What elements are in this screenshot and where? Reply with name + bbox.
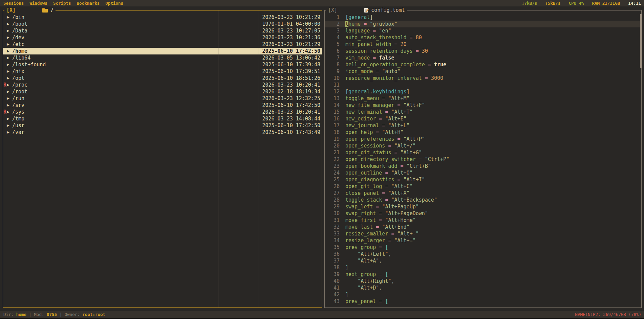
line-code: resize_smaller = "Alt+-" bbox=[340, 231, 419, 237]
file-row[interactable]: ▶/var2025-06-10 17:43:49 bbox=[3, 129, 322, 136]
editor-line[interactable]: 10resource_monitor_interval = 3000 bbox=[325, 75, 641, 82]
menu-item-bookmarks[interactable]: Bookmarks bbox=[77, 0, 100, 6]
editor-line[interactable]: 29swap_left = "Alt+PageUp" bbox=[325, 203, 641, 210]
expand-arrow-icon[interactable]: ▶ bbox=[7, 34, 9, 41]
file-row[interactable]: ▶/lib642026-03-05 13:06:42 bbox=[3, 54, 322, 61]
file-row[interactable]: ▶/root2026-02-18 18:19:34 bbox=[3, 88, 322, 95]
expand-arrow-icon[interactable]: ▶ bbox=[7, 88, 9, 95]
editor-line[interactable]: 39next_group = [ bbox=[325, 271, 641, 278]
editor-line[interactable]: 4auto_stack_threshold = 80 bbox=[325, 34, 641, 41]
editor-line[interactable]: 41 "Alt+D", bbox=[325, 284, 641, 291]
dir-label: Dir: bbox=[3, 312, 16, 317]
editor-line[interactable]: 17new_journal = "Alt+L" bbox=[325, 122, 641, 129]
expand-arrow-icon[interactable]: ▶ bbox=[7, 14, 9, 21]
editor-line[interactable]: 19open_preferences = "Alt+P" bbox=[325, 136, 641, 142]
editor-line[interactable]: 14new_file_manager = "Alt+F" bbox=[325, 102, 641, 109]
menu-item-sessions[interactable]: Sessions bbox=[3, 0, 24, 6]
expand-arrow-icon[interactable]: ▶ bbox=[7, 82, 9, 88]
expand-arrow-icon[interactable]: ▶ bbox=[7, 54, 9, 61]
expand-arrow-icon[interactable]: ▶ bbox=[7, 95, 9, 102]
editor-line[interactable]: 11 bbox=[325, 82, 641, 88]
editor-line[interactable]: 31move_first = "Alt+Home" bbox=[325, 217, 641, 224]
expand-arrow-icon[interactable]: ▶ bbox=[7, 122, 9, 129]
line-number: 40 bbox=[325, 278, 340, 284]
editor-line[interactable]: 38] bbox=[325, 264, 641, 271]
editor-line[interactable]: 3language = "en" bbox=[325, 27, 641, 34]
menu-item-windows[interactable]: Windows bbox=[29, 0, 47, 6]
expand-arrow-icon[interactable]: ▶ bbox=[7, 102, 9, 109]
expand-arrow-icon[interactable]: ▶ bbox=[7, 48, 9, 54]
file-row-selected[interactable]: ▶/home2025-06-10 17:42:50 bbox=[3, 48, 322, 54]
file-row[interactable]: ▶/bin2026-03-23 10:21:29 bbox=[3, 14, 322, 21]
line-number: 19 bbox=[325, 136, 340, 142]
editor-line[interactable]: 25open_diagnostics = "Alt+I" bbox=[325, 176, 641, 183]
menu-item-options[interactable]: Options bbox=[105, 0, 123, 6]
file-row[interactable]: ▶/etc2026-03-23 10:21:29 bbox=[3, 41, 322, 48]
system-status: ↓7kB/s ↑5kB/s CPU 4% RAM 21/31GB 14:11 bbox=[522, 0, 644, 6]
file-row[interactable]: ▶/dev2026-03-23 10:21:36 bbox=[3, 34, 322, 41]
file-row[interactable]: ▶/nix2025-06-10 17:39:51 bbox=[3, 68, 322, 75]
editor-line[interactable]: 33resize_smaller = "Alt+-" bbox=[325, 230, 641, 237]
expand-arrow-icon[interactable]: ▶ bbox=[7, 41, 9, 48]
expand-arrow-icon[interactable]: ▶ bbox=[7, 129, 9, 136]
expand-arrow-icon[interactable]: ▶ bbox=[7, 27, 9, 34]
editor-line[interactable]: 34resize_larger = "Alt+=" bbox=[325, 237, 641, 244]
editor-line[interactable]: 16new_editor = "Alt+E" bbox=[325, 115, 641, 122]
editor-line[interactable]: 23open_bookmark_add = "Ctrl+B" bbox=[325, 163, 641, 169]
editor-title: [X] config.toml bbox=[326, 7, 407, 14]
file-row[interactable]: ▶/run2026-03-23 12:32:25 bbox=[3, 95, 322, 102]
line-number: 8 bbox=[325, 61, 340, 68]
editor-line[interactable]: 26open_git_log = "Alt+C" bbox=[325, 183, 641, 190]
file-date: 2025-06-10 17:42:50 bbox=[262, 102, 320, 109]
line-code: theme = "gruvbox" bbox=[340, 21, 398, 27]
editor-line[interactable]: 22open_directory_switcher = "Ctrl+P" bbox=[325, 156, 641, 163]
file-row[interactable]: ▶/opt2025-06-10 18:51:26 bbox=[3, 75, 322, 82]
expand-arrow-icon[interactable]: ▶ bbox=[7, 75, 9, 82]
editor-line[interactable]: 27close_panel = "Alt+X" bbox=[325, 190, 641, 197]
file-row[interactable]: ▶/Data2026-03-23 10:27:05 bbox=[3, 27, 322, 34]
editor-line[interactable]: 32move_last = "Alt+End" bbox=[325, 224, 641, 230]
file-row[interactable]: R▶/sys2026-03-23 10:20:41 bbox=[3, 109, 322, 115]
editor-line[interactable]: 12[general.keybindings] bbox=[325, 88, 641, 95]
editor-line[interactable]: 7vim_mode = false bbox=[325, 54, 641, 61]
close-panel-button[interactable]: [X] bbox=[6, 7, 16, 14]
editor-line-current[interactable]: 2theme = "gruvbox" bbox=[325, 21, 641, 27]
editor-line[interactable]: 24open_outline = "Alt+O" bbox=[325, 169, 641, 176]
file-row[interactable]: ▶/srv2025-06-10 17:42:50 bbox=[3, 102, 322, 109]
editor-line[interactable]: 35prev_group = [ bbox=[325, 244, 641, 251]
editor-line[interactable]: 20open_sessions = "Alt+/" bbox=[325, 142, 641, 149]
editor-line[interactable]: 21open_git_status = "Alt+G" bbox=[325, 149, 641, 156]
editor-line[interactable]: 1[general] bbox=[325, 14, 641, 21]
expand-arrow-icon[interactable]: ▶ bbox=[7, 109, 9, 115]
close-editor-button[interactable]: [X] bbox=[328, 7, 337, 14]
editor-line[interactable]: 13toggle_menu = "Alt+M" bbox=[325, 95, 641, 102]
file-name: /run bbox=[12, 95, 24, 102]
editor-line[interactable]: 8bell_on_operation_complete = true bbox=[325, 61, 641, 68]
file-row[interactable]: ▶/usr2025-06-10 17:42:50 bbox=[3, 122, 322, 129]
editor-line[interactable]: 42] bbox=[325, 291, 641, 298]
editor-line[interactable]: 5min_panel_width = 20 bbox=[325, 41, 641, 48]
editor-line[interactable]: 18open_help = "Alt+H" bbox=[325, 129, 641, 136]
editor-line[interactable]: 28toggle_stack = "Alt+Backspace" bbox=[325, 197, 641, 203]
editor-line[interactable]: 15new_terminal = "Alt+T" bbox=[325, 109, 641, 115]
editor-line[interactable]: 36 "Alt+Left", bbox=[325, 251, 641, 257]
file-row[interactable]: ▶/boot1970-01-01 04:00:00 bbox=[3, 21, 322, 27]
expand-arrow-icon[interactable]: ▶ bbox=[7, 68, 9, 75]
menu-item-scripts[interactable]: Scripts bbox=[53, 0, 71, 6]
file-row[interactable]: ▶/lost+found2025-06-10 17:39:48 bbox=[3, 61, 322, 68]
line-code: open_git_log = "Alt+C" bbox=[340, 183, 413, 189]
expand-arrow-icon[interactable]: ▶ bbox=[7, 21, 9, 27]
file-row[interactable]: R▶/proc2026-03-23 10:20:41 bbox=[3, 82, 322, 88]
line-code: new_terminal = "Alt+T" bbox=[340, 109, 413, 115]
editor-line[interactable]: 43prev_panel = [ bbox=[325, 298, 641, 305]
editor-scrollbar[interactable] bbox=[640, 14, 642, 68]
editor-line[interactable]: 37 "Alt+A", bbox=[325, 257, 641, 264]
editor-line[interactable]: 6session_retention_days = 30 bbox=[325, 48, 641, 54]
expand-arrow-icon[interactable]: ▶ bbox=[7, 61, 9, 68]
expand-arrow-icon[interactable]: ▶ bbox=[7, 115, 9, 122]
editor-line[interactable]: 30swap_right = "Alt+PageDown" bbox=[325, 210, 641, 217]
editor-line[interactable]: 40 "Alt+Right", bbox=[325, 278, 641, 284]
editor-line[interactable]: 9icon_mode = "auto" bbox=[325, 68, 641, 75]
file-row[interactable]: ▶/tmp2026-03-23 14:08:44 bbox=[3, 115, 322, 122]
line-code: min_panel_width = 20 bbox=[340, 41, 407, 47]
